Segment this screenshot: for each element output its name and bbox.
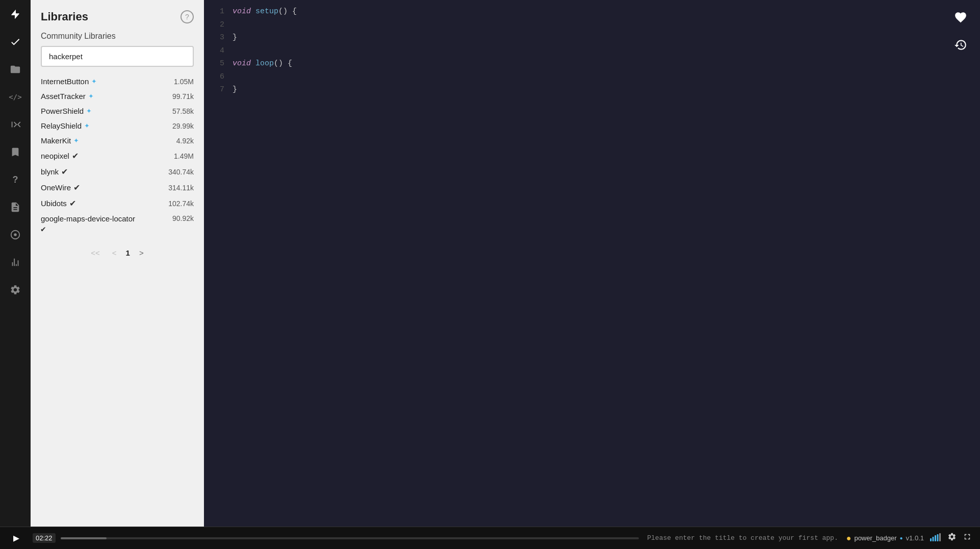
star-icon: ✦: [86, 107, 92, 115]
library-item[interactable]: OneWire ✔ 314.11k: [41, 180, 194, 195]
library-item[interactable]: Ubidots ✔ 102.74k: [41, 195, 194, 211]
sidebar-icon-chart[interactable]: [6, 253, 24, 271]
library-list: InternetButton ✦ 1.05M AssetTracker ✦ 99…: [41, 74, 194, 237]
line-num-3: 3: [214, 31, 224, 44]
check-icon: ✔: [69, 198, 76, 208]
library-item[interactable]: google-maps-device-locator ✔ 90.92k: [41, 211, 194, 237]
status-bar: ▶ 02:22 Please enter the title to create…: [0, 527, 980, 549]
lib-name: AssetTracker: [41, 92, 86, 101]
page-number: 1: [126, 248, 130, 257]
line-num-4: 4: [214, 44, 224, 58]
lib-name: RelayShield: [41, 121, 82, 130]
sidebar-icon-folder[interactable]: [6, 60, 24, 79]
lib-count: 340.74k: [168, 168, 194, 176]
history-icon[interactable]: [951, 36, 970, 54]
lib-count: 99.71k: [172, 92, 194, 101]
code-line-2: 2: [214, 18, 970, 32]
sidebar-icon-monitor[interactable]: [6, 226, 24, 244]
signal-icon: [930, 533, 941, 543]
top-right-icons: [951, 8, 970, 54]
code-line-1: 1 void setup() {: [214, 5, 970, 18]
lib-name: Ubidots: [41, 199, 67, 208]
svg-rect-3: [933, 537, 934, 541]
sidebar-icon-checkmark[interactable]: [6, 33, 24, 51]
settings-icon[interactable]: [947, 532, 957, 544]
library-item[interactable]: AssetTracker ✦ 99.71k: [41, 89, 194, 104]
svg-rect-2: [930, 538, 932, 541]
play-button[interactable]: ▶: [8, 530, 24, 546]
lib-count: 57.58k: [172, 107, 194, 115]
sidebar: </> ?: [0, 0, 31, 527]
sidebar-icon-gear[interactable]: [6, 281, 24, 299]
lib-name: OneWire: [41, 183, 71, 192]
line-num-1: 1: [214, 5, 224, 18]
library-search-input[interactable]: [41, 46, 194, 67]
sidebar-icon-lightning[interactable]: [6, 5, 24, 23]
panel-help-icon[interactable]: ?: [180, 10, 194, 23]
lib-count: 29.99k: [172, 122, 194, 130]
fullscreen-icon[interactable]: [963, 532, 972, 544]
code-line-4: 4: [214, 44, 970, 58]
timestamp: 02:22: [33, 533, 56, 543]
line-num-7: 7: [214, 83, 224, 96]
lib-count: 4.92k: [176, 137, 194, 145]
library-item[interactable]: neopixel ✔ 1.49M: [41, 148, 194, 164]
library-item[interactable]: MakerKit ✦ 4.92k: [41, 133, 194, 148]
check-icon: ✔: [72, 151, 79, 161]
page-prev-btn[interactable]: <: [109, 247, 120, 258]
pagination: << < 1 >: [41, 247, 194, 258]
star-icon: ✦: [88, 92, 94, 100]
code-line-3: 3 }: [214, 31, 970, 44]
lib-name: neopixel: [41, 152, 69, 160]
lib-count: 102.74k: [168, 199, 194, 208]
line-num-2: 2: [214, 18, 224, 32]
app-name-label: power_badger: [854, 534, 896, 542]
svg-rect-5: [937, 534, 939, 541]
library-item[interactable]: blynk ✔ 340.74k: [41, 164, 194, 180]
blue-dot-icon: ●: [900, 535, 903, 541]
check-icon: ✔: [41, 224, 135, 234]
sidebar-icon-doc[interactable]: [6, 198, 24, 216]
check-icon: ✔: [61, 167, 68, 177]
yellow-dot-icon: ●: [846, 534, 852, 543]
page-next-btn[interactable]: >: [136, 247, 147, 258]
lib-count: 1.49M: [174, 152, 194, 160]
star-icon: ✦: [73, 137, 79, 144]
editor-area: 1 void setup() { 2 3 } 4 5 void loop() {…: [204, 0, 980, 527]
code-editor[interactable]: 1 void setup() { 2 3 } 4 5 void loop() {…: [214, 5, 970, 96]
lib-name: google-maps-device-locator: [41, 214, 135, 223]
check-icon: ✔: [73, 183, 80, 192]
sidebar-icon-code[interactable]: </>: [6, 88, 24, 106]
library-item[interactable]: InternetButton ✦ 1.05M: [41, 74, 194, 89]
line-num-5: 5: [214, 57, 224, 70]
lib-count: 314.11k: [168, 184, 194, 192]
status-text: Please enter the title to create your fi…: [647, 534, 838, 542]
star-icon: ✦: [91, 78, 97, 85]
lib-count: 1.05M: [174, 78, 194, 86]
libraries-panel: Libraries ? Community Libraries Internet…: [31, 0, 204, 527]
sidebar-icon-chevron-lr[interactable]: [6, 115, 24, 134]
library-item[interactable]: PowerShield ✦ 57.58k: [41, 104, 194, 118]
svg-point-1: [14, 233, 17, 236]
lib-count: 90.92k: [172, 214, 194, 222]
svg-rect-4: [935, 535, 936, 541]
section-title: Community Libraries: [41, 32, 194, 41]
version-label: v1.0.1: [906, 534, 924, 542]
panel-title: Libraries: [41, 10, 88, 23]
lib-name: PowerShield: [41, 107, 84, 115]
lib-name: MakerKit: [41, 136, 71, 145]
code-line-5: 5 void loop() {: [214, 57, 970, 70]
page-first-btn[interactable]: <<: [88, 247, 103, 258]
line-num-6: 6: [214, 70, 224, 84]
favorite-icon[interactable]: [951, 8, 970, 27]
progress-bar[interactable]: [61, 537, 639, 539]
sidebar-icon-bookmark[interactable]: [6, 143, 24, 161]
progress-container: 02:22: [33, 533, 639, 543]
panel-header: Libraries ?: [41, 10, 194, 23]
progress-fill: [61, 537, 107, 539]
status-right: ● power_badger ● v1.0.1: [846, 532, 972, 544]
code-line-6: 6: [214, 70, 970, 84]
library-item[interactable]: RelayShield ✦ 29.99k: [41, 118, 194, 133]
code-line-7: 7 }: [214, 83, 970, 96]
sidebar-icon-help[interactable]: ?: [6, 170, 24, 189]
